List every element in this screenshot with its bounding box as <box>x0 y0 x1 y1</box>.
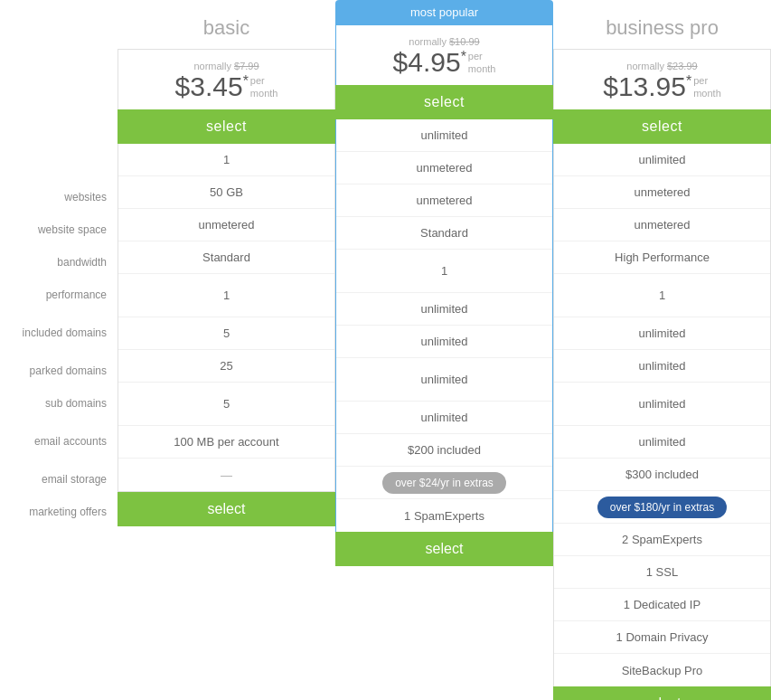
labels-column: websites website space bandwidth perform… <box>0 9 118 700</box>
biz-email-storage: unlimited <box>554 426 770 459</box>
basic-bandwidth: unmetered <box>118 209 334 241</box>
label-sub-domains: sub domains <box>0 387 118 420</box>
label-email-accounts: email accounts <box>0 420 118 463</box>
basic-plan-name: basic <box>118 9 335 43</box>
biz-included-domains: 1 <box>554 274 770 317</box>
biz-bandwidth: unmetered <box>554 209 770 241</box>
plus-most-popular-badge: most popular <box>335 0 553 24</box>
biz-sub-domains: unlimited <box>554 350 770 383</box>
label-parked-domains: parked domains <box>0 355 118 387</box>
basic-email-storage: 100 MB per account <box>118 426 334 459</box>
basic-included-domains: 1 <box>118 274 334 317</box>
biz-websites: unlimited <box>554 144 770 176</box>
label-website-space: website space <box>0 213 118 246</box>
biz-plan-name: business pro <box>553 9 771 43</box>
biz-normally: normally $23.99 <box>563 61 761 71</box>
plus-email-accounts: unlimited <box>336 358 552 402</box>
basic-per-month: permonth <box>250 74 278 100</box>
plan-business-pro: business pro normally $23.99 $13.95* per… <box>553 9 771 700</box>
pricing-container: websites website space bandwidth perform… <box>0 0 771 700</box>
basic-websites: 1 <box>118 144 334 176</box>
plus-bandwidth: unmetered <box>336 184 552 217</box>
basic-select-top[interactable]: select <box>118 109 335 144</box>
biz-select-top[interactable]: select <box>553 109 771 144</box>
plus-select-bottom[interactable]: select <box>335 532 553 566</box>
basic-price-box: normally $7.99 $3.45* permonth <box>118 49 335 109</box>
plus-marketing: $200 included <box>336 434 552 467</box>
biz-price: $13.95* <box>603 71 691 102</box>
biz-marketing: $300 included <box>554 459 770 491</box>
basic-price: $3.45* <box>175 71 249 102</box>
biz-domain-privacy: 1 Domain Privacy <box>554 621 770 654</box>
label-marketing-offers: marketing offers <box>0 496 118 528</box>
label-bandwidth: bandwidth <box>0 246 118 279</box>
plus-features: unlimited unmetered unmetered Standard 1… <box>335 119 553 532</box>
plus-extras-badge: over $24/yr in extras <box>382 472 506 494</box>
biz-per-month: permonth <box>693 74 721 100</box>
biz-sitebackup: SiteBackup Pro <box>554 654 770 686</box>
plus-websites: unlimited <box>336 119 552 152</box>
biz-header: business pro <box>553 9 771 49</box>
plus-price: $4.95* <box>393 47 466 78</box>
plus-spamexperts: 1 SpamExperts <box>336 499 552 532</box>
label-included-domains: included domains <box>0 311 118 355</box>
label-websites: websites <box>0 181 118 213</box>
biz-performance: High Performance <box>554 241 770 274</box>
plus-normally: normally $10.99 <box>345 36 543 47</box>
basic-sub-domains: 25 <box>118 350 334 383</box>
biz-ssl: 1 SSL <box>554 556 770 589</box>
plan-plus: most popular normally $10.99 $4.95* perm… <box>335 0 553 700</box>
basic-performance: Standard <box>118 241 334 274</box>
plus-parked-domains: unlimited <box>336 293 552 326</box>
biz-dedicated-ip: 1 Dedicated IP <box>554 589 770 621</box>
plus-extras-badge-row: over $24/yr in extras <box>336 467 552 499</box>
plan-basic: basic normally $7.99 $3.45* permonth sel… <box>118 9 335 700</box>
biz-select-bottom[interactable]: select <box>553 686 771 700</box>
plus-select-top[interactable]: select <box>335 85 553 119</box>
biz-website-space: unmetered <box>554 176 770 209</box>
basic-marketing: — <box>118 459 334 491</box>
biz-features: unlimited unmetered unmetered High Perfo… <box>553 144 771 686</box>
plus-email-storage: unlimited <box>336 402 552 434</box>
basic-normally: normally $7.99 <box>127 61 325 71</box>
plus-price-box: normally $10.99 $4.95* permonth <box>335 24 553 85</box>
biz-parked-domains: unlimited <box>554 317 770 350</box>
basic-email-accounts: 5 <box>118 383 334 426</box>
plus-website-space: unmetered <box>336 152 552 184</box>
plus-performance: Standard <box>336 217 552 250</box>
label-performance: performance <box>0 279 118 311</box>
biz-spamexperts: 2 SpamExperts <box>554 524 770 556</box>
plus-included-domains: 1 <box>336 250 552 293</box>
label-email-storage: email storage <box>0 463 118 496</box>
plus-sub-domains: unlimited <box>336 326 552 358</box>
basic-features: 1 50 GB unmetered Standard 1 5 25 5 100 … <box>118 144 335 492</box>
biz-extras-badge: over $180/yr in extras <box>597 497 727 518</box>
biz-email-accounts: unlimited <box>554 383 770 426</box>
basic-parked-domains: 5 <box>118 317 334 350</box>
plus-per-month: permonth <box>468 50 496 76</box>
plans-area: basic normally $7.99 $3.45* permonth sel… <box>118 9 771 700</box>
biz-price-box: normally $23.99 $13.95* permonth <box>553 49 771 109</box>
basic-header: basic <box>118 9 335 49</box>
basic-select-bottom[interactable]: select <box>118 492 335 526</box>
biz-extras-badge-row: over $180/yr in extras <box>554 491 770 524</box>
basic-website-space: 50 GB <box>118 176 334 209</box>
